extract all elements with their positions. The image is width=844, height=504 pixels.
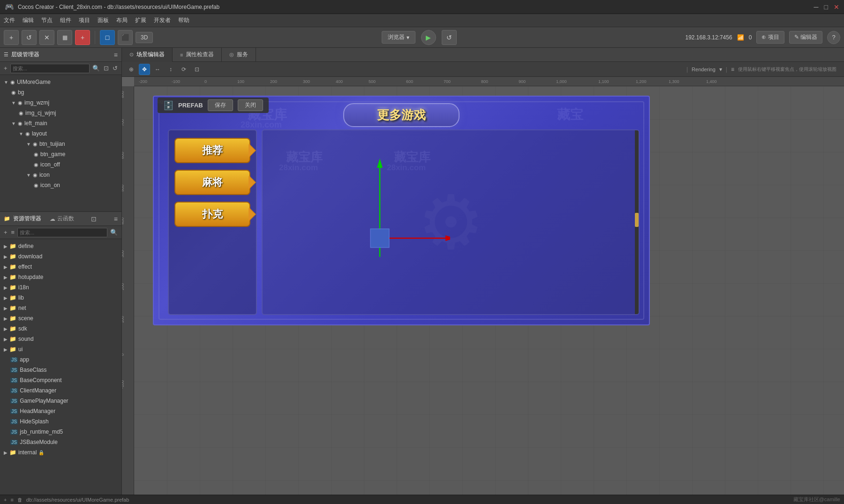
menu-panel[interactable]: 面板: [98, 16, 109, 24]
assets-menu-button[interactable]: ≡: [114, 215, 118, 223]
hierarchy-search-icon[interactable]: 🔍: [91, 64, 101, 73]
hierarchy-filter-button[interactable]: ⊡: [103, 64, 110, 73]
asset-sdk[interactable]: ▶ 📁 sdk: [0, 323, 121, 334]
tree-item-leftmain[interactable]: ▼ ◉ left_main: [0, 118, 121, 128]
asset-internal[interactable]: ▶ 📁 internal 🔒: [0, 447, 121, 458]
mode-rec-button[interactable]: ⬛: [118, 30, 133, 45]
asset-headmanager[interactable]: JS HeadManager: [0, 406, 121, 416]
tree-item-icon[interactable]: ▼ ◉ icon: [0, 170, 121, 180]
hierarchy-menu-button[interactable]: ≡: [114, 51, 118, 59]
browser-button[interactable]: 浏览器 ▾: [382, 31, 415, 44]
scene-view[interactable]: -200 -100 0 100 200 300 400 500 600 700 …: [122, 77, 844, 495]
assets-add-button[interactable]: +: [3, 228, 8, 237]
help-button[interactable]: ?: [827, 31, 840, 44]
prefab-save-button[interactable]: 保存: [208, 99, 233, 111]
hierarchy-add-button[interactable]: +: [3, 64, 8, 73]
tab-properties[interactable]: ≡ 属性检查器: [173, 48, 222, 62]
tree-label: btn_tuijian: [39, 141, 65, 147]
tool-move[interactable]: ⊕: [126, 64, 137, 75]
asset-scene[interactable]: ▶ 📁 scene: [0, 313, 121, 323]
btn-poker[interactable]: 扑克: [174, 202, 250, 227]
add2-button[interactable]: +: [75, 30, 90, 45]
btn-mahjong[interactable]: 麻将: [174, 170, 250, 195]
close-button[interactable]: ✕: [834, 3, 839, 11]
mode-3d-button[interactable]: 3D: [136, 32, 153, 43]
close-scene-button[interactable]: ✕: [39, 30, 54, 45]
tool-rotate[interactable]: ↔: [152, 64, 163, 75]
asset-sound[interactable]: ▶ 📁 sound: [0, 334, 121, 344]
bottom-status: + ≡ 🗑 db://assets/resources/ui/UIMoreGam…: [0, 495, 844, 504]
add-button[interactable]: +: [4, 30, 19, 45]
play-button[interactable]: ▶: [421, 30, 436, 45]
asset-jsbruntimemd5[interactable]: JS jsb_runtime_md5: [0, 427, 121, 437]
tree-item-iconon[interactable]: ◉ icon_on: [0, 180, 121, 190]
tree-item-btntuijian[interactable]: ▼ ◉ btn_tuijian: [0, 139, 121, 149]
asset-baseclass[interactable]: JS BaseClass: [0, 365, 121, 375]
tree-item-imgwzmj[interactable]: ▼ ◉ img_wzmj: [0, 98, 121, 108]
menu-help[interactable]: 帮助: [178, 16, 189, 24]
hierarchy-tab[interactable]: 层级管理器: [11, 51, 39, 59]
menu-project[interactable]: 项目: [79, 16, 90, 24]
scrollbar-thumb[interactable]: [635, 213, 639, 227]
tree-item-layout[interactable]: ▼ ◉ layout: [0, 128, 121, 139]
asset-download[interactable]: ▶ 📁 download: [0, 251, 121, 262]
asset-effect[interactable]: ▶ 📁 effect: [0, 262, 121, 272]
image-button[interactable]: ▦: [57, 30, 72, 45]
tool-rect[interactable]: ⟳: [178, 64, 189, 75]
menu-file[interactable]: 文件: [4, 16, 15, 24]
cloud-tab[interactable]: ☁ 云函数: [50, 215, 74, 223]
tab-scene-editor[interactable]: ⊙ 场景编辑器: [122, 48, 173, 62]
tree-label: icon_on: [40, 182, 60, 188]
asset-hotupdate[interactable]: ▶ 📁 hotupdate: [0, 272, 121, 282]
tree-item-iconoff[interactable]: ◉ icon_off: [0, 159, 121, 170]
menu-component[interactable]: 组件: [60, 16, 71, 24]
asset-ui[interactable]: ▶ 📁 ui: [0, 344, 121, 354]
refresh3-button[interactable]: ↺: [442, 30, 457, 45]
btn-recommend[interactable]: 推荐: [174, 138, 250, 163]
assets-list-button[interactable]: ≡: [10, 228, 16, 237]
editor-button[interactable]: ✎ 编辑器: [789, 31, 822, 44]
tool-scale[interactable]: ↕: [165, 64, 176, 75]
right-panel-scrollbar[interactable]: [635, 130, 639, 314]
asset-net[interactable]: ▶ 📁 net: [0, 303, 121, 313]
tree-item-imgcjwjmj[interactable]: ◉ img_cj_wjmj: [0, 108, 121, 118]
tree-item-btngame[interactable]: ◉ btn_game: [0, 149, 121, 159]
list-icon[interactable]: ≡: [10, 497, 13, 503]
minimize-button[interactable]: ─: [814, 3, 819, 11]
mode-2d-button[interactable]: □: [100, 30, 115, 45]
asset-clientmanager[interactable]: JS ClientManager: [0, 385, 121, 396]
hierarchy-search-input[interactable]: [10, 64, 90, 73]
asset-basecomponent[interactable]: JS BaseComponent: [0, 375, 121, 385]
asset-i18n[interactable]: ▶ 📁 i18n: [0, 282, 121, 293]
delete-icon[interactable]: 🗑: [17, 497, 23, 503]
refresh-button[interactable]: ↺: [22, 30, 37, 45]
project-button[interactable]: ⊕ 项目: [756, 31, 784, 44]
tab-services[interactable]: ◎ 服务: [222, 48, 256, 62]
maximize-button[interactable]: □: [824, 3, 828, 11]
tool-pan[interactable]: ✥: [139, 64, 150, 75]
asset-app[interactable]: JS app: [0, 354, 121, 365]
prefab-close-button[interactable]: 关闭: [238, 99, 263, 111]
asset-lib[interactable]: ▶ 📁 lib: [0, 293, 121, 303]
menu-dev[interactable]: 开发者: [154, 16, 171, 24]
asset-hidesplash[interactable]: JS HideSplash: [0, 416, 121, 427]
assets-search-input[interactable]: [17, 228, 107, 237]
view-menu-icon[interactable]: ≡: [731, 66, 734, 73]
assets-panel: 📁 资源管理器 ☁ 云函数 ⊡ ≡ + ≡ 🔍 ▶ 📁 define ▶: [0, 212, 121, 495]
assets-search-icon[interactable]: 🔍: [109, 228, 119, 237]
menu-edit[interactable]: 编辑: [23, 16, 34, 24]
tree-item-uimoregame[interactable]: ▼ ◉ UIMoreGame: [0, 77, 121, 87]
tree-item-bg[interactable]: ◉ bg: [0, 87, 121, 98]
hierarchy-refresh-button[interactable]: ↺: [112, 64, 119, 73]
assets-copy-button[interactable]: ⊡: [91, 215, 97, 223]
menu-node[interactable]: 节点: [41, 16, 53, 24]
asset-define[interactable]: ▶ 📁 define: [0, 241, 121, 251]
assets-tab[interactable]: 资源管理器: [13, 215, 41, 223]
tool-custom[interactable]: ⊡: [191, 64, 203, 75]
asset-gameplaymanager[interactable]: JS GamePlayManager: [0, 396, 121, 406]
separator-label: |: [686, 66, 688, 73]
add-icon[interactable]: +: [4, 497, 7, 503]
menu-extend[interactable]: 扩展: [135, 16, 146, 24]
menu-layout[interactable]: 布局: [116, 16, 128, 24]
asset-jsbasemodule[interactable]: JS JSBaseModule: [0, 437, 121, 447]
